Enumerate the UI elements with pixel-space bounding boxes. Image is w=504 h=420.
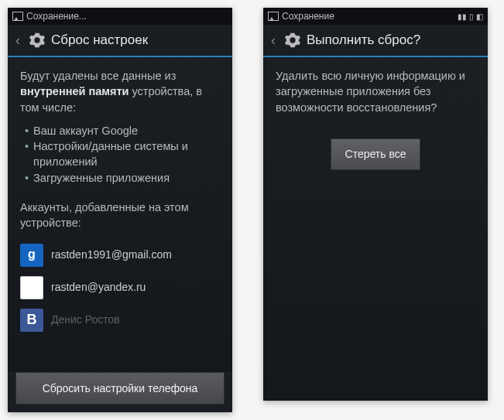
bullet-item: •Загруженные приложения (25, 170, 220, 186)
account-row[interactable]: B Денис Ростов (20, 304, 220, 336)
status-bar: Сохранение ▮▮ ▯ ◧ (263, 8, 488, 25)
page-title: Выполнить сброс? (307, 32, 420, 48)
gear-icon (28, 31, 46, 50)
status-text: Сохранение (282, 11, 334, 22)
intro-bold: внутренней памяти (20, 85, 129, 97)
account-row[interactable]: ✉ rastden@yandex.ru (20, 271, 220, 304)
back-chevron-icon[interactable]: ‹ (271, 32, 279, 49)
title-bar[interactable]: ‹ Сброс настроек (8, 25, 232, 57)
vk-icon: B (20, 309, 43, 332)
accounts-list: g rastden1991@gmail.com ✉ rastden@yandex… (20, 239, 220, 336)
bullet-text: Ваш аккаунт Google (33, 123, 138, 138)
status-bar: Сохранение... (8, 8, 232, 25)
account-email: rastden@yandex.ru (51, 280, 146, 295)
picture-icon (268, 12, 279, 21)
content-area: Будут удалены все данные из внутренней п… (8, 57, 232, 372)
account-row[interactable]: g rastden1991@gmail.com (20, 239, 220, 271)
intro-prefix: Будут удалены все данные из (20, 70, 176, 82)
picture-icon (12, 12, 23, 21)
accounts-heading: Аккаунты, добавленные на этом устройстве… (20, 200, 220, 231)
confirm-text: Удалить всю личную информацию и загружен… (276, 68, 475, 115)
content-area: Удалить всю личную информацию и загружен… (263, 57, 488, 401)
reset-settings-button[interactable]: Сбросить настройки телефона (15, 372, 225, 405)
bullet-text: Загруженные приложения (33, 170, 170, 186)
google-icon: g (20, 244, 43, 267)
bullet-list: •Ваш аккаунт Google •Настройки/данные си… (25, 123, 220, 186)
mail-icon: ✉ (20, 276, 43, 299)
gear-icon (283, 31, 302, 50)
status-text: Сохранение... (26, 11, 87, 22)
page-title: Сброс настроек (51, 32, 148, 48)
title-bar[interactable]: ‹ Выполнить сброс? (263, 25, 488, 57)
erase-all-button[interactable]: Стереть все (331, 138, 421, 171)
account-email: rastden1991@gmail.com (51, 248, 172, 263)
bullet-item: •Ваш аккаунт Google (25, 123, 220, 138)
account-name: Денис Ростов (51, 312, 120, 328)
intro-text: Будут удалены все данные из внутренней п… (20, 68, 220, 115)
bullet-item: •Настройки/данные системы и приложений (25, 138, 220, 170)
bullet-text: Настройки/данные системы и приложений (33, 138, 220, 170)
phone-screen-left: Сохранение... ‹ Сброс настроек Будут уда… (8, 8, 232, 412)
phone-screen-right: Сохранение ▮▮ ▯ ◧ ‹ Выполнить сброс? Уда… (263, 8, 488, 401)
back-chevron-icon[interactable]: ‹ (15, 32, 23, 49)
status-right-icons: ▮▮ ▯ ◧ (458, 12, 483, 21)
